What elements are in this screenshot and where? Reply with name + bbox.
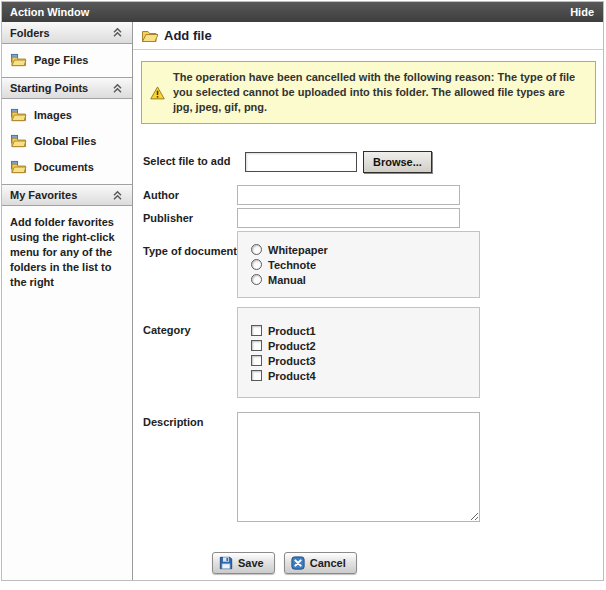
checkbox-option[interactable]: Product3 [251,353,479,368]
checkbox-option[interactable]: Product2 [251,338,479,353]
radio-button[interactable] [251,274,262,285]
radio-button[interactable] [251,259,262,270]
collapse-chevron-icon [112,83,123,94]
sidebar-item[interactable]: Images [2,102,132,128]
starting-points-list: Images Global Files Documents [2,99,132,184]
type-of-document-group: Whitepaper Technote Manual [237,231,480,298]
cancel-button[interactable]: Cancel [284,552,357,574]
sidebar-item-label: Documents [34,161,94,173]
radio-option[interactable]: Manual [251,272,479,287]
description-label: Description [143,412,237,522]
page-title: Add file [164,28,212,43]
save-button[interactable]: Save [212,552,275,574]
page-header: Add file [133,22,603,50]
author-input[interactable] [237,185,460,205]
checkbox-label: Product4 [268,370,316,382]
publisher-label: Publisher [143,208,237,228]
sidebar-section-folders[interactable]: Folders [2,22,132,44]
radio-label: Technote [268,259,316,271]
sidebar-item-label: Images [34,109,72,121]
checkbox-label: Product1 [268,325,316,337]
sidebar-section-starting-points[interactable]: Starting Points [2,77,132,99]
folders-list: Page Files [2,44,132,77]
checkbox-option[interactable]: Product4 [251,368,479,383]
checkbox[interactable] [251,340,262,351]
section-title: My Favorites [10,189,77,201]
favorites-help-text: Add folder favorites using the right-cli… [2,206,132,290]
cancel-x-icon [291,556,305,570]
publisher-input[interactable] [237,208,460,228]
collapse-chevron-icon [112,190,123,201]
category-label: Category [143,307,237,398]
hide-button[interactable]: Hide [570,6,594,18]
folder-icon [10,134,27,148]
type-of-document-label: Type of document [143,231,237,298]
sidebar-item-label: Global Files [34,135,96,147]
warning-icon [150,86,165,100]
sidebar: Folders Page Files Starting Points [2,22,133,580]
section-title: Starting Points [10,82,88,94]
window-titlebar: Action Window Hide [2,2,603,22]
author-label: Author [143,185,237,205]
folder-icon [10,108,27,122]
radio-option[interactable]: Technote [251,257,479,272]
sidebar-item[interactable]: Global Files [2,128,132,154]
file-input[interactable] [245,152,357,172]
sidebar-item[interactable]: Page Files [2,47,132,73]
checkbox[interactable] [251,325,262,336]
save-floppy-icon [219,556,233,570]
section-title: Folders [10,27,50,39]
checkbox-label: Product3 [268,355,316,367]
checkbox-label: Product2 [268,340,316,352]
description-textarea[interactable] [237,412,480,522]
sidebar-item-label: Page Files [34,54,88,66]
sidebar-item[interactable]: Documents [2,154,132,180]
window-title: Action Window [10,6,89,18]
cancel-label: Cancel [310,557,346,569]
checkbox[interactable] [251,355,262,366]
collapse-chevron-icon [112,27,123,38]
sidebar-section-my-favorites[interactable]: My Favorites [2,184,132,206]
radio-button[interactable] [251,244,262,255]
radio-option[interactable]: Whitepaper [251,242,479,257]
radio-label: Manual [268,274,306,286]
folder-icon [10,160,27,174]
save-label: Save [238,557,264,569]
warning-text: The operation have been cancelled with t… [173,71,575,113]
action-buttons: Save Cancel [212,552,603,574]
radio-label: Whitepaper [268,244,328,256]
category-group: Product1 Product2 Product3 [237,307,480,398]
action-window: Action Window Hide Folders Page Files [1,1,604,581]
checkbox-option[interactable]: Product1 [251,323,479,338]
file-label: Select file to add [143,151,237,167]
browse-button[interactable]: Browse... [363,151,432,173]
warning-message: The operation have been cancelled with t… [141,61,596,124]
add-file-folder-icon [141,28,158,43]
checkbox[interactable] [251,370,262,381]
main-panel: Add file The operation have been cancell… [133,22,603,580]
folder-icon [10,53,27,67]
